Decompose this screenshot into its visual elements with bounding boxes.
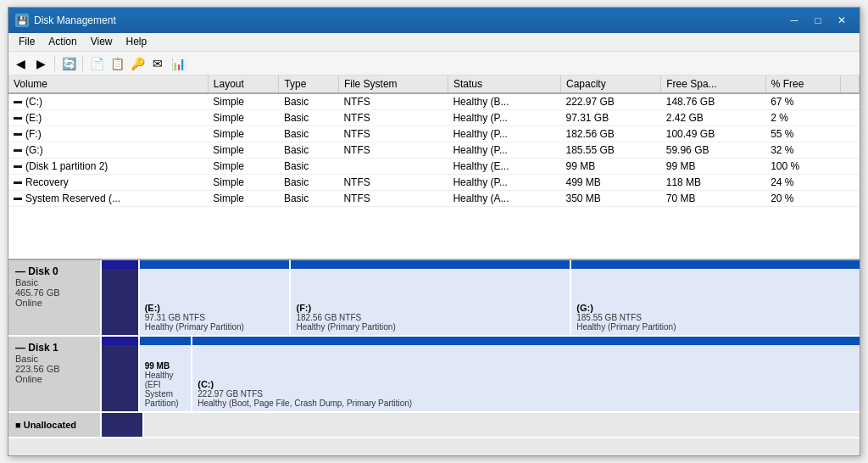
toolbar-btn-4[interactable]: ✉ xyxy=(149,55,166,72)
col-fs[interactable]: File System xyxy=(338,75,448,93)
disk-0-part-0[interactable] xyxy=(102,260,140,335)
disk-1-label: — Disk 1 Basic223.56 GBOnline xyxy=(8,337,102,411)
close-button[interactable]: ✕ xyxy=(831,12,853,29)
unallocated-label: ■ Unallocated xyxy=(8,413,102,437)
menu-help[interactable]: Help xyxy=(120,35,154,49)
unallocated-row: ■ Unallocated xyxy=(8,413,860,438)
disk-1-partitions: 99 MB Healthy (EFI System Partition) (C:… xyxy=(102,337,860,411)
menu-view[interactable]: View xyxy=(84,35,120,49)
partition-table: Volume Layout Type File System Status Ca… xyxy=(8,75,860,207)
table-row[interactable]: Recovery Simple Basic NTFS Healthy (P...… xyxy=(8,175,860,191)
main-content: Volume Layout Type File System Status Ca… xyxy=(8,75,860,455)
table-row[interactable]: (C:) Simple Basic NTFS Healthy (B... 222… xyxy=(8,93,860,110)
back-button[interactable]: ◀ xyxy=(12,55,29,72)
title-controls: ─ □ ✕ xyxy=(783,12,853,29)
disk-0-label: — Disk 0 Basic465.76 GBOnline xyxy=(8,260,102,335)
partition-list[interactable]: Volume Layout Type File System Status Ca… xyxy=(8,75,860,260)
disk-view[interactable]: — Disk 0 Basic465.76 GBOnline (E:) xyxy=(8,260,860,455)
table-row[interactable]: (Disk 1 partition 2) Simple Basic Health… xyxy=(8,159,860,175)
toolbar-btn-2[interactable]: 📋 xyxy=(108,55,125,72)
forward-button[interactable]: ▶ xyxy=(32,55,49,72)
disk-0-name: — Disk 0 xyxy=(15,265,93,277)
minimize-button[interactable]: ─ xyxy=(783,12,805,29)
disk-1-type: Basic223.56 GBOnline xyxy=(15,354,93,384)
col-volume[interactable]: Volume xyxy=(8,75,208,93)
col-type[interactable]: Type xyxy=(279,75,338,93)
toolbar-btn-5[interactable]: 📊 xyxy=(170,55,186,72)
table-row[interactable]: (F:) Simple Basic NTFS Healthy (P... 182… xyxy=(8,126,860,142)
disk-0-part-2[interactable]: (F:) 182.56 GB NTFSHealthy (Primary Part… xyxy=(291,260,571,335)
toolbar-separator-1 xyxy=(54,56,55,71)
menu-bar: File Action View Help xyxy=(8,33,860,52)
maximize-button[interactable]: □ xyxy=(807,12,829,29)
disk-1-row: — Disk 1 Basic223.56 GBOnline 99 MB Heal… xyxy=(8,337,860,413)
menu-action[interactable]: Action xyxy=(42,35,83,49)
disk-0-part-3[interactable]: (G:) 185.55 GB NTFSHealthy (Primary Part… xyxy=(571,260,860,335)
disk-1-part-1[interactable]: 99 MB Healthy (EFI System Partition) xyxy=(140,337,193,411)
col-pct[interactable]: % Free xyxy=(765,75,840,93)
title-bar: 💾 Disk Management ─ □ ✕ xyxy=(8,8,860,33)
main-window: 💾 Disk Management ─ □ ✕ File Action View… xyxy=(8,7,860,456)
unallocated-bar xyxy=(102,413,144,437)
disk-1-part-2[interactable]: (C:) 222.97 GB NTFSHealthy (Boot, Page F… xyxy=(192,337,860,411)
toolbar-separator-2 xyxy=(82,56,83,71)
disk-0-type: Basic465.76 GBOnline xyxy=(15,277,93,308)
table-row[interactable]: System Reserved (... Simple Basic NTFS H… xyxy=(8,191,860,207)
toolbar-btn-1[interactable]: 📄 xyxy=(88,55,105,72)
disk-1-part-0[interactable] xyxy=(102,337,140,411)
toolbar-btn-3[interactable]: 🔑 xyxy=(129,55,146,72)
disk-1-name: — Disk 1 xyxy=(15,342,93,354)
disk-0-part-1[interactable]: (E:) 97.31 GB NTFSHealthy (Primary Parti… xyxy=(140,260,292,335)
col-extra[interactable] xyxy=(840,75,859,93)
refresh-button[interactable]: 🔄 xyxy=(60,55,77,72)
col-status[interactable]: Status xyxy=(448,75,560,93)
menu-file[interactable]: File xyxy=(12,35,42,49)
table-row[interactable]: (E:) Simple Basic NTFS Healthy (P... 97.… xyxy=(8,110,860,126)
table-row[interactable]: (G:) Simple Basic NTFS Healthy (P... 185… xyxy=(8,142,860,159)
disk-0-partitions: (E:) 97.31 GB NTFSHealthy (Primary Parti… xyxy=(102,260,860,335)
disk-0-row: — Disk 0 Basic465.76 GBOnline (E:) xyxy=(8,260,860,337)
col-free[interactable]: Free Spa... xyxy=(661,75,765,93)
app-icon: 💾 xyxy=(15,14,29,27)
col-capacity[interactable]: Capacity xyxy=(560,75,660,93)
col-layout[interactable]: Layout xyxy=(208,75,279,93)
toolbar: ◀ ▶ 🔄 📄 📋 🔑 ✉ 📊 xyxy=(8,52,860,75)
window-title: Disk Management xyxy=(34,14,783,26)
